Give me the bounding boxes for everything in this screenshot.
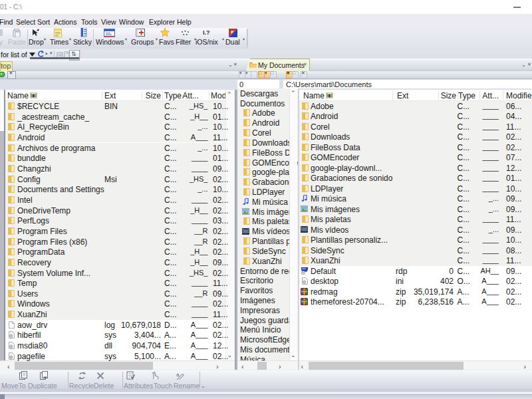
svg-text:a: a	[176, 372, 180, 378]
